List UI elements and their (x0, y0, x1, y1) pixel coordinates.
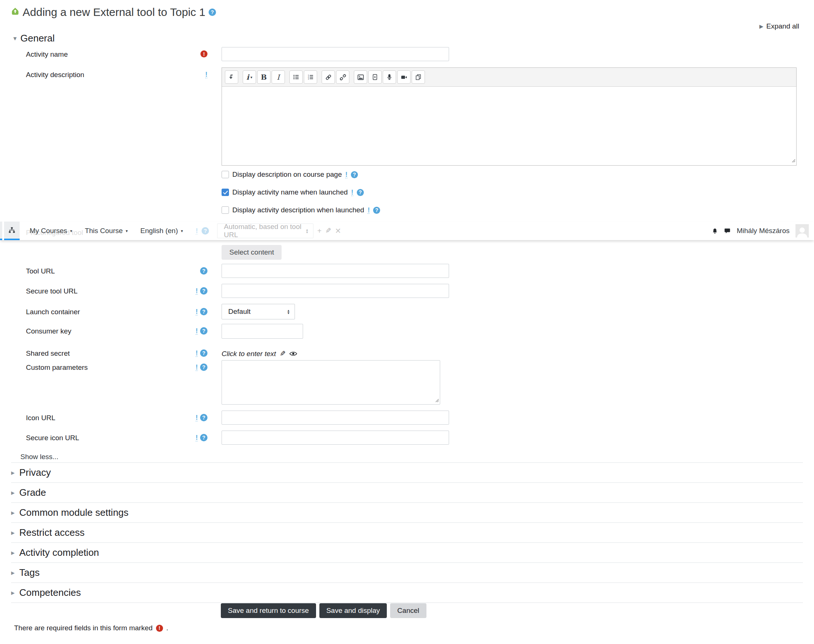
help-icon[interactable]: ? (202, 227, 209, 235)
activity-name-label: Activity name (26, 51, 68, 58)
help-icon[interactable]: ? (373, 207, 380, 214)
messages-icon[interactable] (724, 227, 731, 234)
form-actions: Save and return to course Save and displ… (221, 603, 426, 618)
page: Adding a new External tool to Topic 1 ? … (0, 0, 814, 644)
icon-url-input[interactable] (222, 411, 449, 425)
chevron-right-icon: ▸ (11, 488, 19, 497)
consumer-key-input[interactable] (222, 324, 303, 339)
help-icon[interactable]: ? (351, 171, 358, 178)
paragraph-styles-icon[interactable]: i▾ (243, 71, 256, 84)
chevron-right-icon: ▸ (11, 569, 19, 577)
help-icon[interactable]: ? (200, 414, 207, 421)
nav-my-courses[interactable]: My Courses▾ (23, 222, 78, 240)
add-tool-icon: + (317, 227, 322, 235)
nav-language[interactable]: English (en)▾ (134, 222, 189, 240)
avatar[interactable] (796, 224, 809, 238)
eye-icon[interactable] (289, 351, 297, 356)
section-header-common-module-settings[interactable]: ▸ Common module settings (11, 503, 803, 523)
checkbox[interactable] (222, 206, 229, 214)
preconfigured-tool-select[interactable]: Automatic, based on tool URL ▴▾ (217, 224, 313, 238)
caret-down-icon: ▾ (181, 228, 183, 233)
activity-name-input[interactable] (222, 47, 449, 61)
media-icon[interactable] (368, 71, 382, 84)
select-content-button[interactable]: Select content (222, 245, 282, 260)
unordered-list-icon[interactable] (289, 71, 303, 84)
info-icon: ! (345, 171, 348, 178)
editor-content-area[interactable] (222, 87, 796, 165)
help-icon[interactable]: ? (208, 9, 216, 16)
nav-tab-fragment[interactable] (0, 222, 2, 240)
section-header-restrict-access[interactable]: ▸ Restrict access (11, 523, 803, 543)
pencil-icon[interactable]: ✎ (280, 350, 286, 358)
link-icon[interactable] (322, 71, 335, 84)
secure-tool-url-input[interactable] (222, 284, 449, 298)
bell-icon[interactable] (712, 227, 718, 235)
manage-files-icon[interactable] (412, 71, 425, 84)
show-less-link[interactable]: Show less... (20, 453, 58, 461)
shared-secret-label: Shared secret (26, 350, 70, 357)
expand-all-link[interactable]: ▶ Expand all (759, 22, 799, 31)
resize-handle[interactable] (791, 156, 796, 164)
italic-icon[interactable]: I (271, 71, 285, 84)
help-icon[interactable]: ? (357, 189, 364, 196)
custom-parameters-textarea[interactable] (222, 360, 440, 405)
chevron-right-icon: ▶ (759, 23, 763, 29)
required-icon: ! (156, 625, 163, 632)
user-menu[interactable]: Mihály Mészáros (737, 227, 789, 235)
activity-description-label: Activity description (26, 71, 84, 79)
help-icon[interactable]: ? (200, 287, 207, 294)
row-secure-tool-url: Secure tool URL !? (0, 284, 814, 298)
info-icon: ! (196, 363, 198, 371)
shared-secret-edit-link[interactable]: Click to enter text (222, 350, 276, 358)
row-custom-parameters: Custom parameters !? (0, 360, 814, 406)
sitemap-icon[interactable] (4, 222, 20, 240)
row-tool-url: Tool URL ? (0, 264, 814, 278)
section-header-general[interactable]: ▼ General (12, 32, 55, 44)
section-header-grade[interactable]: ▸ Grade (11, 483, 803, 503)
editor-toolbar: i▾ B I 123 (222, 68, 796, 87)
section-header-tags[interactable]: ▸ Tags (11, 563, 803, 583)
help-icon[interactable]: ? (200, 350, 207, 357)
record-audio-icon[interactable] (383, 71, 396, 84)
secure-icon-url-label: Secure icon URL (26, 434, 79, 442)
info-icon: ! (196, 414, 198, 421)
record-video-icon[interactable] (397, 71, 411, 84)
cancel-button[interactable]: Cancel (390, 603, 426, 618)
chevron-right-icon: ▸ (11, 589, 19, 597)
help-icon[interactable]: ? (200, 363, 207, 371)
info-icon: ! (196, 287, 198, 294)
save-and-return-button[interactable]: Save and return to course (221, 603, 316, 618)
section-header-privacy[interactable]: ▸ Privacy (11, 462, 803, 483)
navbar-overlap-zone: Preconfigured tool My Courses▾ This Cour… (0, 222, 814, 260)
rich-text-editor: i▾ B I 123 (222, 67, 797, 166)
save-and-display-button[interactable]: Save and display (319, 603, 387, 618)
checkbox[interactable] (222, 171, 229, 178)
checkbox[interactable] (222, 189, 229, 196)
bold-icon[interactable]: B (257, 71, 270, 84)
help-icon[interactable]: ? (200, 267, 207, 274)
tool-url-input[interactable] (222, 264, 449, 278)
nav-this-course[interactable]: This Course▾ (78, 222, 134, 240)
chevron-right-icon: ▸ (11, 528, 19, 537)
launch-container-select[interactable]: Default ▴▾ (222, 304, 295, 319)
section-header-competencies[interactable]: ▸ Competencies (11, 583, 803, 603)
help-icon[interactable]: ? (200, 327, 207, 334)
info-icon: ! (196, 434, 198, 441)
help-icon[interactable]: ? (200, 434, 207, 441)
image-icon[interactable] (354, 71, 367, 84)
ordered-list-icon[interactable]: 123 (304, 71, 317, 84)
info-icon: ! (368, 206, 370, 214)
row-consumer-key: Consumer key !? (0, 324, 814, 339)
resize-handle[interactable] (435, 396, 439, 404)
help-icon[interactable]: ? (200, 308, 207, 315)
unlink-icon[interactable] (336, 71, 350, 84)
row-launch-container: Launch container !? Default ▴▾ (0, 304, 814, 319)
icon-url-label: Icon URL (26, 414, 55, 422)
preconfigured-tool-controls: ! ? Automatic, based on tool URL ▴▾ + ✎ … (196, 224, 341, 238)
navbar: My Courses▾ This Course▾ English (en)▾ M… (0, 222, 814, 240)
secure-icon-url-input[interactable] (222, 431, 449, 445)
collapse-toolbar-icon[interactable] (225, 71, 238, 84)
section-header-activity-completion[interactable]: ▸ Activity completion (11, 543, 803, 563)
checkbox-row-display-activity-name: Display activity name when launched ! ? (222, 188, 364, 196)
checkbox-row-display-activity-description: Display activity description when launch… (222, 206, 380, 214)
